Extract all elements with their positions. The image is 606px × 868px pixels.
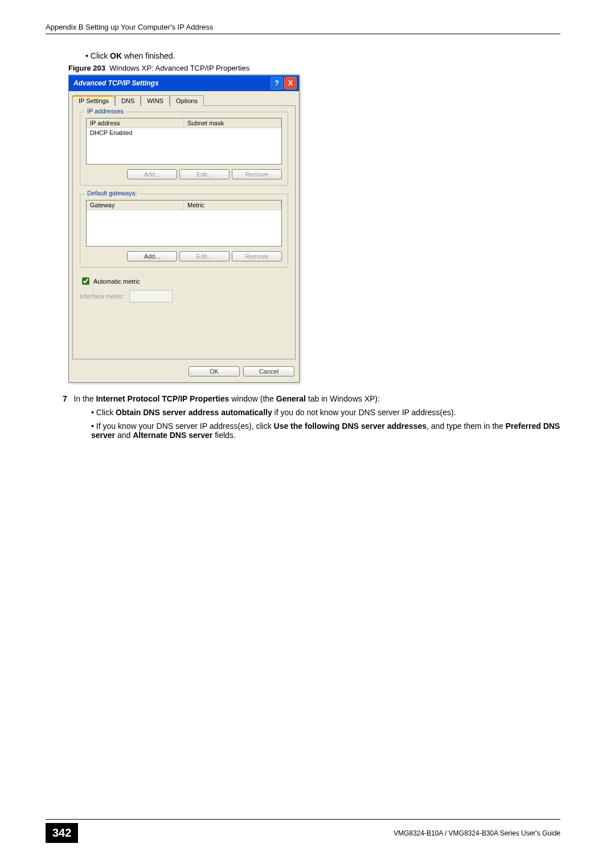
sub2-post: fields. bbox=[212, 431, 235, 440]
gw-edit-button[interactable]: Edit... bbox=[179, 251, 230, 261]
tab-dns[interactable]: DNS bbox=[115, 95, 141, 106]
automatic-metric-checkbox[interactable] bbox=[82, 277, 89, 285]
step-7-number: 7 bbox=[63, 394, 67, 403]
ip-add-button[interactable]: Add... bbox=[127, 169, 177, 179]
advanced-tcpip-dialog: Advanced TCP/IP Settings ? X IP Settings… bbox=[68, 75, 300, 383]
instruction-click-ok-post: when finished. bbox=[122, 51, 175, 60]
gateway-list[interactable]: Gateway Metric bbox=[86, 200, 282, 247]
col-gateway: Gateway bbox=[87, 200, 184, 210]
sub2-bold3: Alternate DNS server bbox=[133, 431, 212, 440]
groupbox-ip-addresses: IP addresses IP address Subnet mask DHCP… bbox=[80, 112, 288, 186]
sub2-mid: , and type them in the bbox=[427, 421, 506, 431]
gw-add-button[interactable]: Add... bbox=[127, 251, 177, 261]
dialog-titlebar: Advanced TCP/IP Settings ? X bbox=[69, 75, 299, 91]
interface-metric-input bbox=[129, 290, 173, 302]
sub1-bold: Obtain DNS server address automatically bbox=[116, 408, 272, 417]
row-dhcp-enabled: DHCP Enabled bbox=[87, 128, 281, 137]
step-7-bold1: Internet Protocol TCP/IP Properties bbox=[96, 394, 229, 403]
figure-number: Figure 203 bbox=[68, 64, 105, 72]
sub2-and: and bbox=[115, 431, 133, 440]
groupbox-default-gateways: Default gateways: Gateway Metric Add... … bbox=[80, 194, 288, 268]
col-ip-address: IP address bbox=[87, 118, 184, 128]
step-7-pre: In the bbox=[73, 394, 96, 403]
sub2-pre: If you know your DNS server IP address(e… bbox=[96, 421, 274, 431]
sub1-post: if you do not know your DNS server IP ad… bbox=[272, 408, 456, 417]
ip-remove-button[interactable]: Remove bbox=[232, 169, 282, 179]
col-metric: Metric bbox=[184, 200, 281, 210]
tab-strip: IP Settings DNS WINS Options bbox=[69, 91, 299, 105]
tab-pane-ip-settings: IP addresses IP address Subnet mask DHCP… bbox=[72, 105, 296, 359]
help-button[interactable]: ? bbox=[271, 77, 283, 89]
step-7-bold2: General bbox=[276, 394, 306, 403]
page-footer: 342 VMG8324-B10A / VMG8324-B30A Series U… bbox=[46, 819, 560, 843]
cancel-button[interactable]: Cancel bbox=[243, 366, 294, 376]
groupbox-gw-title: Default gateways: bbox=[85, 190, 139, 196]
page-header: Appendix B Setting up Your Computer's IP… bbox=[46, 23, 560, 34]
step7-sub2: If you know your DNS server IP address(e… bbox=[91, 421, 560, 440]
tab-options[interactable]: Options bbox=[170, 95, 204, 106]
page-number: 342 bbox=[46, 823, 78, 843]
col-subnet-mask: Subnet mask bbox=[184, 118, 281, 128]
step-7: 7 In the Internet Protocol TCP/IP Proper… bbox=[63, 394, 560, 403]
tab-wins[interactable]: WINS bbox=[141, 95, 170, 106]
step-7-mid: window (the bbox=[229, 394, 276, 403]
tab-ip-settings[interactable]: IP Settings bbox=[72, 95, 115, 106]
automatic-metric-row: Automatic metric bbox=[80, 276, 288, 286]
instruction-click-ok-pre: Click bbox=[91, 51, 110, 60]
figure-caption: Figure 203 Windows XP: Advanced TCP/IP P… bbox=[68, 64, 560, 72]
instruction-click-ok: Click OK when finished. bbox=[85, 51, 560, 60]
automatic-metric-label: Automatic metric bbox=[93, 278, 140, 285]
ok-button[interactable]: OK bbox=[189, 366, 240, 376]
step-7-post: tab in Windows XP): bbox=[306, 394, 380, 403]
groupbox-ip-title: IP addresses bbox=[85, 108, 126, 114]
sub1-pre: Click bbox=[96, 408, 116, 417]
ip-edit-button[interactable]: Edit... bbox=[179, 169, 230, 179]
figure-title: Windows XP: Advanced TCP/IP Properties bbox=[109, 64, 249, 72]
close-button[interactable]: X bbox=[284, 77, 297, 89]
interface-metric-row: Interface metric: bbox=[80, 290, 288, 302]
sub2-bold1: Use the following DNS server addresses bbox=[274, 421, 427, 431]
step7-sub1: Click Obtain DNS server address automati… bbox=[91, 408, 560, 417]
interface-metric-label: Interface metric: bbox=[80, 293, 125, 300]
gw-remove-button[interactable]: Remove bbox=[232, 251, 282, 261]
ip-address-list[interactable]: IP address Subnet mask DHCP Enabled bbox=[86, 118, 282, 165]
dialog-title: Advanced TCP/IP Settings bbox=[73, 79, 159, 87]
guide-title: VMG8324-B10A / VMG8324-B30A Series User'… bbox=[394, 829, 560, 837]
ok-label: OK bbox=[110, 51, 122, 60]
